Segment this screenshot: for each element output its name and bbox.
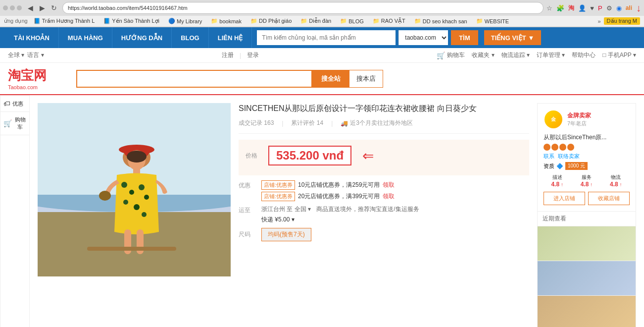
bookmark-dien-dan[interactable]: 📁 Diễn đàn	[297, 17, 334, 25]
lang-selector[interactable]: 语言 ▾	[27, 51, 44, 59]
ali-icon[interactable]: ali	[626, 4, 632, 11]
enter-shop-button[interactable]: 进入店铺	[544, 192, 585, 205]
price-section: 价格 535.200 vnđ ⇐	[239, 140, 529, 175]
recent-item-2[interactable]	[538, 261, 636, 296]
nav-huong-dan[interactable]: HƯỚNG DẪN	[112, 27, 172, 48]
bookmark-label: bookmak	[219, 18, 242, 24]
bookmarks-label: ứng dụng	[4, 18, 28, 24]
seller-trust-dots	[544, 144, 630, 151]
shipping-info: 浙江台州 至 全国 ▾ 商品直送境外，推荐淘宝直送/集运服务 快递 ¥5.00 …	[261, 205, 419, 224]
coupon-claim-1[interactable]: 领取	[383, 181, 395, 189]
product-image[interactable]	[38, 103, 231, 276]
pinterest-icon[interactable]: P	[598, 4, 602, 12]
taobao-account-links: 注册 | 登录	[222, 51, 259, 59]
bookmark-blog[interactable]: 📁 BLOG	[337, 17, 367, 25]
svg-point-15	[123, 200, 128, 205]
heart-icon[interactable]: ♥	[590, 4, 594, 12]
seller-ratings: 描述 4.8 ↑ 服务 4.8 ↑	[544, 174, 630, 188]
settings-icon[interactable]: ⚙	[606, 4, 612, 12]
svg-point-9	[127, 151, 147, 163]
svg-point-16	[134, 204, 140, 210]
bookmark-folder-icon: 📁	[300, 18, 307, 24]
bookmark-bookmak[interactable]: 📁 bookmak	[208, 17, 245, 25]
orders-link[interactable]: 订单管理 ▾	[537, 51, 565, 59]
extensions-icon[interactable]: 🧩	[556, 4, 564, 12]
price-arrow-annotation: ⇐	[362, 148, 374, 164]
bookmark-star-icon[interactable]: ☆	[546, 4, 552, 12]
follow-shop-button[interactable]: 收藏店铺	[588, 192, 630, 205]
bookmark-dd-seo[interactable]: 📁 DD seo khach san	[411, 17, 470, 25]
svg-point-13	[139, 184, 145, 190]
bookmark-my-library[interactable]: 🔵 My Library	[165, 17, 205, 25]
size-selector[interactable]: 均码(预售7天)	[261, 228, 311, 241]
promo-item-cart[interactable]: 🛒 购物车	[0, 112, 29, 135]
nav-tai-khoan[interactable]: TÀI KHOẢN	[5, 27, 59, 48]
nav-lien-he[interactable]: LIÊN HỆ	[209, 27, 252, 48]
favorites-link[interactable]: 收藏夹 ▾	[472, 51, 494, 59]
app-link[interactable]: □ 手机APP ▾	[602, 51, 636, 59]
bookmark-label: BLOG	[348, 18, 364, 24]
nav-mua-hang[interactable]: MUA HÀNG	[59, 27, 112, 48]
coupon-label: 优惠	[239, 180, 256, 190]
promo-item-youhui[interactable]: 🏷 优惠	[0, 96, 29, 112]
recent-item-3[interactable]	[538, 296, 636, 327]
taobao-search-box: 搜全站 搜本店	[76, 70, 383, 88]
browser-refresh-button[interactable]: ↻	[49, 2, 59, 13]
taobao-logo-sub: Taobao.com	[8, 84, 47, 90]
trust-dot	[551, 144, 558, 151]
browser-forward-button[interactable]: ▶	[37, 2, 48, 13]
shipping-label: 运至	[239, 205, 256, 215]
seller-info: 金牌卖家 7年老店	[567, 111, 630, 127]
global-selector[interactable]: 全球 ▾	[8, 51, 24, 59]
taobao-search-site-button[interactable]: 搜全站	[312, 70, 349, 88]
discount-icon: 🏷	[3, 100, 10, 108]
top-nav-search-input[interactable]	[257, 30, 396, 45]
user-icon[interactable]: 👤	[578, 4, 586, 12]
bookmark-yen-sao[interactable]: 📘 Yến Sào Thành Lợi	[100, 17, 162, 25]
taobao-search-input[interactable]	[76, 70, 312, 88]
chrome-icon[interactable]: ◉	[616, 4, 622, 12]
bookmark-website[interactable]: 📁 WEBSITE	[473, 17, 512, 25]
top-nav-search-button[interactable]: TÌM	[451, 30, 478, 45]
bookmark-label: DD seo khach san	[423, 18, 467, 24]
recent-item-1[interactable]	[538, 226, 636, 261]
nav-blog[interactable]: BLOG	[172, 27, 209, 48]
price-label: 价格	[246, 152, 263, 160]
top-nav-lang-button[interactable]: TIẾNG VIỆT ▼	[484, 30, 542, 45]
login-link[interactable]: 登录	[247, 51, 259, 59]
cart-link[interactable]: 🛒 购物车	[437, 51, 465, 59]
coupon-badge-1[interactable]: 店铺:优惠券	[261, 180, 295, 190]
seller-contact[interactable]: 联系 联络卖家	[544, 153, 630, 160]
bookmark-label: Yến Sào Thành Lợi	[112, 18, 159, 24]
main-content: SINCETHEN从那以后原创设计一字领印花连衣裙收腰裙 向日葵少女 成交记录 …	[30, 95, 644, 327]
promo-label: 优惠	[12, 100, 23, 108]
browser-min-btn[interactable]	[10, 5, 15, 10]
coupons-list: 店铺:优惠券 10元店铺优惠券，满259元可用 领取 店铺:优惠券 20元店铺优…	[261, 180, 395, 201]
coupon-text-2: 20元店铺优惠券，满399元可用	[298, 192, 380, 201]
bookmark-dd-phat-giao[interactable]: 📁 DD Phật giáo	[248, 17, 295, 25]
tracking-link[interactable]: 物流追踪 ▾	[501, 51, 530, 59]
bookmark-rao-vat[interactable]: 📁 RAO VẶT	[370, 17, 408, 25]
trust-dot	[567, 144, 574, 151]
browser-max-btn[interactable]	[17, 5, 22, 10]
bookmark-tram-huong[interactable]: 📘 Trầm Hương Thành L	[31, 17, 98, 25]
register-link[interactable]: 注册	[222, 51, 234, 59]
coupon-claim-2[interactable]: 领取	[383, 192, 395, 201]
top-nav-search-site-dropdown[interactable]: taobao.com	[398, 30, 448, 45]
bookmarks-more-button[interactable]: »	[597, 18, 600, 24]
browser-back-button[interactable]: ◀	[25, 2, 36, 13]
browser-window-controls	[3, 5, 22, 10]
address-bar[interactable]: https://world.taobao.com/item/5441019164…	[62, 2, 544, 14]
bookmark-folder-icon: 📁	[211, 18, 218, 24]
help-link[interactable]: 帮助中心	[572, 51, 595, 59]
cart-label: 购物车	[447, 51, 465, 59]
rating-up-icon: ↑	[590, 182, 593, 187]
bookmark-special[interactable]: Dấu trang M	[604, 17, 640, 25]
promo-label: 购物车	[14, 116, 26, 131]
taobao-icon[interactable]: 淘	[568, 4, 574, 12]
size-row: 尺码 均码(预售7天)	[239, 228, 529, 241]
coupon-item-2: 店铺:优惠券 20元店铺优惠券，满399元可用 领取	[261, 192, 395, 201]
taobao-search-shop-button[interactable]: 搜本店	[349, 70, 383, 88]
coupon-badge-2[interactable]: 店铺:优惠券	[261, 192, 295, 201]
browser-close-btn[interactable]	[3, 5, 8, 10]
